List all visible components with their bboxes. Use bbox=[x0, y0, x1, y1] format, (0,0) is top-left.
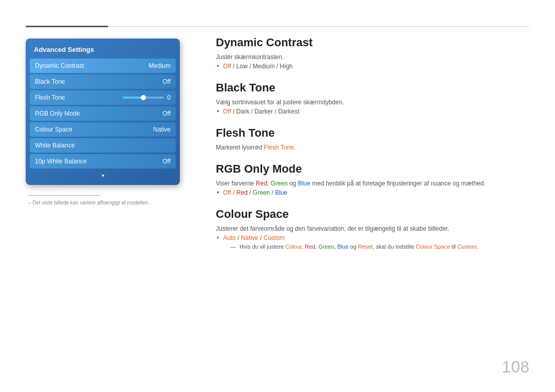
cs-note-green: Green bbox=[319, 244, 335, 250]
bt-off: Off bbox=[223, 108, 231, 115]
dc-low: Low bbox=[236, 63, 248, 70]
rgb-only-value: Off bbox=[162, 110, 171, 117]
menu-item-rgb-only[interactable]: RGB Only Mode Off bbox=[30, 106, 176, 121]
left-panel: Advanced Settings Dynamic Contrast Mediu… bbox=[26, 39, 180, 206]
colour-space-label: Colour Space bbox=[35, 126, 72, 133]
rgb-green-opt: Green bbox=[253, 189, 270, 196]
page-number: 108 bbox=[502, 358, 529, 377]
rgb-only-section-title: RGB Only Mode bbox=[216, 162, 529, 176]
rgb-red-opt: Red bbox=[236, 189, 248, 196]
slider-thumb bbox=[141, 95, 146, 100]
menu-item-black-tone[interactable]: Black Tone Off bbox=[30, 74, 176, 89]
bt-darkest: Darkest bbox=[278, 108, 299, 115]
cs-note-blue: Blue bbox=[337, 244, 348, 250]
black-tone-bullet: Off / Dark / Darker / Darkest bbox=[216, 108, 529, 115]
10p-white-balance-label: 10p White Balance bbox=[35, 158, 87, 165]
rgb-sep2: / bbox=[248, 189, 253, 196]
colour-space-value: Native bbox=[153, 126, 171, 133]
rgb-only-bullet: Off / Red / Green / Blue bbox=[216, 189, 529, 196]
10p-white-balance-value: Off bbox=[162, 158, 171, 165]
cs-native: Native bbox=[241, 234, 258, 241]
bt-darker: Darker bbox=[254, 108, 273, 115]
top-line-dark bbox=[26, 26, 108, 27]
menu-item-white-balance[interactable]: White Balance bbox=[30, 138, 176, 153]
top-decorative-lines bbox=[26, 26, 529, 27]
section-rgb-only: RGB Only Mode Viser farverne Red, Green … bbox=[216, 162, 529, 196]
settings-box: Advanced Settings Dynamic Contrast Mediu… bbox=[26, 39, 180, 185]
dynamic-contrast-section-title: Dynamic Contrast bbox=[216, 36, 529, 49]
bt-sep3: / bbox=[273, 108, 278, 115]
cs-note-reset: Reset bbox=[358, 244, 373, 250]
black-tone-section-title: Black Tone bbox=[216, 81, 529, 95]
dc-sep3: / bbox=[275, 63, 280, 70]
dynamic-contrast-bullet: Off / Low / Medium / High bbox=[216, 63, 529, 70]
right-content: Dynamic Contrast Justér skærmkontrasten.… bbox=[216, 36, 529, 261]
dc-off: Off bbox=[223, 63, 231, 70]
rgb-green: Green bbox=[271, 180, 288, 187]
flesh-tone-desc: Markeret lyserød Flesh Tone. bbox=[216, 144, 529, 151]
bt-sep2: / bbox=[249, 108, 254, 115]
black-tone-value: Off bbox=[162, 78, 171, 85]
panel-note: – Det viste billede kan variere afhængig… bbox=[26, 195, 180, 206]
menu-item-flesh-tone[interactable]: Flesh Tone 0 bbox=[30, 90, 176, 105]
section-colour-space: Colour Space Justerer det farveområde og… bbox=[216, 208, 529, 250]
white-balance-label: White Balance bbox=[35, 142, 75, 149]
flesh-tone-section-title: Flesh Tone bbox=[216, 126, 529, 140]
dynamic-contrast-label: Dynamic Contrast bbox=[35, 62, 84, 69]
cs-sep1: / bbox=[236, 234, 241, 241]
rgb-blue: Blue bbox=[298, 180, 310, 187]
rgb-red: Red bbox=[256, 180, 267, 187]
section-black-tone: Black Tone Vælg sortniveauet for at just… bbox=[216, 81, 529, 115]
rgb-off: Off bbox=[223, 189, 231, 196]
dc-medium: Medium bbox=[253, 63, 275, 70]
rgb-sep1: / bbox=[231, 189, 236, 196]
section-flesh-tone: Flesh Tone Markeret lyserød Flesh Tone. bbox=[216, 126, 529, 151]
flesh-tone-label: Flesh Tone bbox=[35, 94, 65, 101]
cs-custom: Custom bbox=[264, 234, 285, 241]
black-tone-desc: Vælg sortniveauet for at justere skærmdy… bbox=[216, 99, 529, 106]
cs-auto: Auto bbox=[223, 234, 236, 241]
dynamic-contrast-desc: Justér skærmkontrasten. bbox=[216, 53, 529, 61]
flesh-tone-value: 0 bbox=[167, 94, 171, 101]
note-line bbox=[28, 195, 100, 196]
top-line-light bbox=[108, 26, 529, 27]
bt-sep1: / bbox=[231, 108, 236, 115]
cs-note-custom: Custom bbox=[457, 244, 477, 250]
rgb-only-label: RGB Only Mode bbox=[35, 110, 80, 117]
rgb-sep3: / bbox=[270, 189, 275, 196]
dropdown-arrow-icon: ▾ bbox=[30, 170, 176, 181]
colour-space-bullet: Auto / Native / Custom bbox=[216, 234, 529, 241]
rgb-blue-opt: Blue bbox=[275, 189, 287, 196]
dc-sep1: / bbox=[231, 63, 236, 70]
flesh-tone-slider[interactable]: 0 bbox=[123, 94, 171, 101]
section-dynamic-contrast: Dynamic Contrast Justér skærmkontrasten.… bbox=[216, 36, 529, 70]
cs-note-red: Red bbox=[305, 244, 315, 250]
black-tone-label: Black Tone bbox=[35, 78, 65, 85]
cs-note-cs: Colour Space bbox=[416, 244, 450, 250]
bt-dark: Dark bbox=[236, 108, 249, 115]
dynamic-contrast-value: Medium bbox=[149, 62, 171, 69]
colour-space-subnote: — Hvis du vil justere Colour, Red, Green… bbox=[216, 244, 529, 250]
rgb-only-desc: Viser farverne Red, Green og Blue med he… bbox=[216, 180, 529, 187]
cs-sep2: / bbox=[258, 234, 264, 241]
note-text: – Det viste billede kan variere afhængig… bbox=[28, 200, 180, 206]
menu-item-dynamic-contrast[interactable]: Dynamic Contrast Medium bbox=[30, 59, 176, 73]
dc-sep2: / bbox=[248, 63, 253, 70]
colour-space-desc: Justerer det farveområde og den farvevar… bbox=[216, 225, 529, 232]
colour-space-section-title: Colour Space bbox=[216, 208, 529, 221]
flesh-tone-highlight: Flesh Tone bbox=[264, 144, 293, 151]
menu-item-colour-space[interactable]: Colour Space Native bbox=[30, 122, 176, 137]
em-dash: — bbox=[230, 244, 236, 250]
cs-note-colour: Colour bbox=[285, 244, 302, 250]
slider-track bbox=[123, 97, 164, 99]
dc-high: High bbox=[280, 63, 293, 70]
menu-item-10p-white-balance[interactable]: 10p White Balance Off bbox=[30, 154, 176, 169]
settings-title: Advanced Settings bbox=[30, 43, 176, 59]
